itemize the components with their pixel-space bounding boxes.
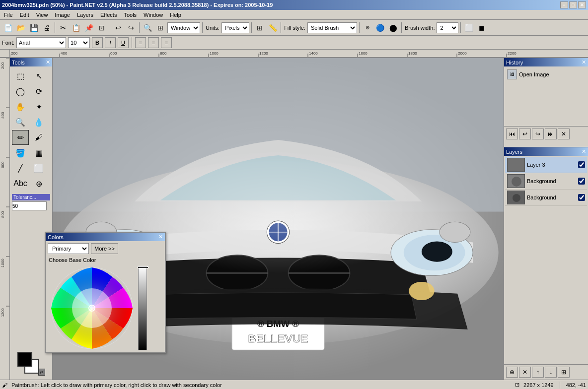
menu-view[interactable]: View [33,11,51,19]
layer-down-button[interactable]: ↓ [545,367,557,378]
align-center-button[interactable]: ≡ [148,37,159,48]
history-title: History ✕ [504,58,588,66]
zoom-fit-button[interactable]: 🔍 [142,22,153,34]
close-button[interactable]: ✕ [578,1,586,8]
color-value-slider[interactable] [138,266,147,350]
colors-panel: Colors ✕ Primary Secondary More >> Choos… [45,232,166,353]
brush-shape-button[interactable]: ◼ [476,22,488,34]
tool-lasso[interactable]: ⟳ [30,84,47,99]
colors-more-button[interactable]: More >> [91,243,118,254]
brush-width-select[interactable]: 2 [437,22,458,33]
color-wheel-svg [50,266,134,350]
history-content: 🖼 Open Image [504,66,588,126]
layer-delete-button[interactable]: ✕ [519,367,531,378]
slider-handle[interactable] [138,266,148,268]
menu-edit[interactable]: Edit [17,11,32,19]
layer-merge-button[interactable]: ⊞ [558,367,570,378]
tool-move[interactable]: ↖ [30,68,47,83]
list-item[interactable]: Background [505,173,587,190]
history-undo-button[interactable]: ↩ [519,129,531,139]
tool-pan[interactable]: ✋ [12,99,29,114]
tolerance-input[interactable] [12,201,47,210]
tool-magic-wand[interactable]: ✦ [30,99,47,114]
menu-tools[interactable]: Tools [121,11,140,19]
colors-mode-select[interactable]: Primary Secondary [48,243,89,254]
align-left-button[interactable]: ≡ [135,37,146,48]
font-size-select[interactable]: 10 [68,37,90,48]
paste-button[interactable]: 📌 [83,22,95,34]
open-button[interactable]: 📂 [15,22,27,34]
menu-effects[interactable]: Effects [97,11,120,19]
layer-bg1-visibility[interactable] [578,178,585,185]
history-first-button[interactable]: ⏮ [506,129,518,139]
tool-text[interactable]: Abc [12,176,29,191]
tool-shapes[interactable]: ⬜ [30,161,47,176]
layer-bg2-visibility[interactable] [578,194,585,201]
history-last-button[interactable]: ⏭ [545,129,557,139]
zoom-full-button[interactable]: ⊞ [154,22,166,34]
history-item[interactable]: 🖼 Open Image [506,68,586,80]
units-select[interactable]: Pixels [221,22,249,33]
colors-close-icon[interactable]: ✕ [158,234,163,240]
new-button[interactable]: 📄 [2,22,14,34]
align-right-button[interactable]: ≡ [161,37,172,48]
menu-image[interactable]: Image [52,11,73,19]
rulers-button[interactable]: 📏 [267,22,279,34]
tool-select-ellipse[interactable]: ◯ [12,84,29,99]
tool-zoom[interactable]: 🔍 [12,115,29,130]
cut-button[interactable]: ✂ [57,22,69,34]
fill-select[interactable]: Solid Brush [307,22,357,33]
swap-colors-icon[interactable]: ⇄ [38,369,45,376]
layer-up-button[interactable]: ↑ [532,367,544,378]
layers-title: Layers ✕ [504,147,588,156]
list-item[interactable]: Layer 3 [505,157,587,173]
print-button[interactable]: 🖨 [41,22,53,34]
save-button[interactable]: 💾 [28,22,40,34]
antialias-button[interactable]: ⊛ [362,22,373,34]
tool-select-rect[interactable]: ⬚ [12,68,29,83]
layer-3-visibility[interactable] [578,161,585,168]
tool-line[interactable]: ╱ [12,161,29,176]
overwrite-button[interactable]: ⬤ [387,22,399,34]
menu-help[interactable]: Help [167,11,184,19]
window-select[interactable]: Window [167,22,200,33]
redo-button[interactable]: ↪ [125,22,137,34]
tools-close-icon[interactable]: ✕ [46,59,50,65]
tool-fill[interactable]: 🪣 [12,145,29,160]
brush-style-button[interactable]: ⬜ [463,22,475,34]
tool-pencil[interactable]: ✏ [12,130,29,145]
color-section: ⇄ [10,350,52,378]
history-item-label: Open Image [519,71,549,77]
history-clear-button[interactable]: ✕ [558,129,570,139]
tool-gradient[interactable]: ▦ [30,145,47,160]
history-redo-button[interactable]: ↪ [532,129,544,139]
color-wheel[interactable] [50,266,134,350]
minimize-button[interactable]: − [560,1,568,8]
right-panel: History ✕ 🖼 Open Image ⏮ ↩ ↪ ⏭ ✕ Layers [504,58,588,380]
tool-dropper[interactable]: 💧 [30,115,47,130]
layer-add-button[interactable]: ⊕ [506,367,518,378]
menu-layers[interactable]: Layers [74,11,96,19]
bold-button[interactable]: B [92,37,103,48]
grid-button[interactable]: ⊞ [254,22,266,34]
maximize-button[interactable]: □ [569,1,577,8]
list-item[interactable]: Background [505,190,587,206]
tool-brush[interactable]: 🖌 [30,130,47,145]
history-close-icon[interactable]: ✕ [582,59,586,65]
layer-bg2-thumb [507,191,525,204]
underline-button[interactable]: U [118,37,129,48]
primary-color-box[interactable] [17,352,32,367]
svg-text:200: 200 [0,62,5,69]
menu-window[interactable]: Window [141,11,166,19]
blend-button[interactable]: 🔵 [374,22,386,34]
italic-button[interactable]: I [105,37,116,48]
font-select[interactable]: Arial [16,37,66,48]
menu-file[interactable]: File [1,11,16,19]
layers-close-icon[interactable]: ✕ [582,148,586,155]
copy-button[interactable]: 📋 [70,22,82,34]
crop-button[interactable]: ⊡ [96,22,108,34]
undo-button[interactable]: ↩ [112,22,124,34]
ruler-row: 200 400 600 800 1000 1200 1400 1600 1800… [0,50,588,58]
tool-clone[interactable]: ⊕ [30,176,47,191]
cursor-coords: 482, -41 [566,382,586,388]
